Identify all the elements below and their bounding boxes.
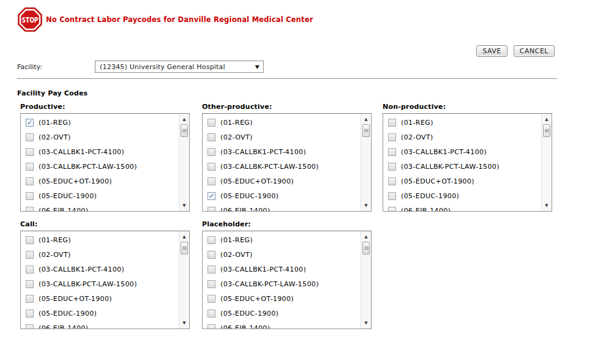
paycode-checkbox[interactable] <box>208 119 215 127</box>
divider <box>17 78 557 79</box>
alert-banner: STOP No Contract Labor Paycodes for Danv… <box>18 7 313 32</box>
paycode-item: (05-EDUC-1900) <box>203 306 361 321</box>
paycode-label: (05-EDUC-1900) <box>39 192 97 200</box>
paycode-checkbox[interactable] <box>208 310 215 318</box>
scroll-down-icon[interactable]: ▼ <box>361 202 371 209</box>
scrollbar-thumb[interactable] <box>181 124 188 137</box>
paycode-label: (05-EDUC+OT-1900) <box>39 295 112 303</box>
paycode-checkbox[interactable] <box>26 177 34 185</box>
paycode-item: (03-CALLBK1-PCT-4100) <box>21 144 179 159</box>
paycode-checkbox[interactable] <box>388 192 396 200</box>
toolbar: SAVE CANCEL <box>476 45 555 57</box>
paycode-item: (06-EIB-1400) <box>21 203 179 212</box>
paycode-checkbox[interactable] <box>26 133 34 141</box>
paycode-checkbox[interactable] <box>208 177 215 185</box>
paycode-checkbox[interactable] <box>208 280 215 288</box>
paycode-checkbox[interactable] <box>388 207 396 212</box>
paycode-checkbox[interactable] <box>208 295 215 303</box>
scrollbar[interactable]: ▲ ▼ <box>179 231 189 329</box>
paycode-checkbox[interactable] <box>388 177 396 185</box>
scroll-up-icon[interactable]: ▲ <box>179 233 189 240</box>
paycode-label: (03-CALLBK-PCT-LAW-1500) <box>401 163 500 171</box>
scroll-up-icon[interactable]: ▲ <box>361 116 371 123</box>
paycode-checkbox[interactable] <box>26 295 34 303</box>
paycode-checkbox[interactable] <box>26 148 34 156</box>
paycode-checkbox[interactable] <box>388 133 396 141</box>
list-label: Non-productive: <box>383 103 552 111</box>
paycode-listbox: (01-REG) (02-OVT) (03-CALLBK1-PCT-4100) … <box>383 113 552 212</box>
paycode-item: ✓ (01-REG) <box>21 115 179 130</box>
paycode-label: (05-EDUC-1900) <box>220 310 279 318</box>
scroll-up-icon[interactable]: ▲ <box>542 116 552 123</box>
scrollbar[interactable]: ▲ ▼ <box>541 114 552 211</box>
paycode-label: (03-CALLBK1-PCT-4100) <box>220 148 306 156</box>
paycode-item: (06-EIB-1400) <box>203 321 361 329</box>
paycode-checkbox[interactable] <box>208 251 215 259</box>
scrollbar-thumb[interactable] <box>362 242 370 254</box>
paycode-listbox: ✓ (01-REG) (02-OVT) (03-CALLBK1-PCT-4100… <box>20 113 190 212</box>
paycode-label: (03-CALLBK-PCT-LAW-1500) <box>220 163 319 171</box>
scrollbar-thumb[interactable] <box>362 124 370 137</box>
paycode-checkbox[interactable] <box>208 133 215 141</box>
paycode-item: (05-EDUC+OT-1900) <box>21 174 179 188</box>
scroll-down-icon[interactable]: ▼ <box>179 202 189 209</box>
paycode-checkbox[interactable] <box>208 236 215 244</box>
paycode-checkbox[interactable] <box>388 148 396 156</box>
paycode-checkbox[interactable] <box>208 324 215 330</box>
paycode-checkbox[interactable] <box>26 192 34 200</box>
paycode-item: (05-EDUC-1900) <box>21 306 179 321</box>
paycode-item: (01-REG) <box>203 115 361 130</box>
paycode-checkbox[interactable] <box>208 207 215 212</box>
paycode-item: (06-EIB-1400) <box>383 203 541 212</box>
paycode-item: (06-EIB-1400) <box>21 321 179 329</box>
scrollbar[interactable]: ▲ ▼ <box>179 114 189 211</box>
paycode-checkbox[interactable] <box>26 251 34 259</box>
paycode-label: (02-OVT) <box>220 133 253 141</box>
paycode-list-non-productive: Non-productive: (01-REG) (02-OVT) (03-CA… <box>383 103 552 212</box>
scroll-down-icon[interactable]: ▼ <box>542 202 552 209</box>
paycode-label: (06-EIB-1400) <box>220 207 270 212</box>
paycode-checkbox[interactable] <box>26 324 34 330</box>
facility-select[interactable]: (12345) University General Hospital ▼ <box>95 61 264 73</box>
paycode-checkbox[interactable] <box>208 148 215 156</box>
paycode-item: (03-CALLBK-PCT-LAW-1500) <box>383 159 541 174</box>
scroll-down-icon[interactable]: ▼ <box>361 319 371 327</box>
paycode-item: (01-REG) <box>21 232 179 247</box>
paycode-item: (05-EDUC-1900) <box>383 188 541 203</box>
paycode-label: (06-EIB-1400) <box>39 324 88 330</box>
paycode-checkbox[interactable] <box>26 310 34 318</box>
paycode-label: (05-EDUC-1900) <box>401 192 459 200</box>
paycode-checkbox[interactable] <box>388 119 396 127</box>
paycode-label: (06-EIB-1400) <box>220 324 270 330</box>
scrollbar[interactable]: ▲ ▼ <box>361 231 371 329</box>
paycode-checkbox[interactable] <box>208 163 215 171</box>
scroll-up-icon[interactable]: ▲ <box>361 233 371 240</box>
list-label: Call: <box>20 220 190 228</box>
cancel-button[interactable]: CANCEL <box>514 45 555 57</box>
save-button[interactable]: SAVE <box>476 45 507 57</box>
paycode-checkbox[interactable] <box>208 266 215 273</box>
scrollbar-thumb[interactable] <box>543 124 550 137</box>
paycode-label: (01-REG) <box>39 119 71 127</box>
paycode-item: (02-OVT) <box>21 130 179 144</box>
paycode-checkbox[interactable] <box>388 163 396 171</box>
scroll-up-icon[interactable]: ▲ <box>179 116 189 123</box>
paycode-items: (01-REG) (02-OVT) (03-CALLBK1-PCT-4100) … <box>203 231 361 329</box>
paycode-checkbox[interactable] <box>26 280 34 288</box>
paycode-checkbox[interactable] <box>26 236 34 244</box>
paycode-checkbox[interactable] <box>26 163 34 171</box>
thumb-grip-icon <box>545 130 549 131</box>
paycode-label: (02-OVT) <box>401 133 433 141</box>
paycode-checkbox-checked[interactable]: ✓ <box>208 192 215 200</box>
paycode-checkbox[interactable] <box>26 207 34 212</box>
scrollbar[interactable]: ▲ ▼ <box>361 114 371 211</box>
paycode-checkbox-checked[interactable]: ✓ <box>26 119 34 127</box>
paycode-label: (03-CALLBK1-PCT-4100) <box>39 148 124 156</box>
paycode-checkbox[interactable] <box>26 266 34 273</box>
scroll-down-icon[interactable]: ▼ <box>179 319 189 327</box>
paycode-label: (03-CALLBK-PCT-LAW-1500) <box>220 280 319 288</box>
paycode-list-productive: Productive: ✓ (01-REG) (02-OVT) (03-CALL… <box>20 103 190 212</box>
paycode-listbox: (01-REG) (02-OVT) (03-CALLBK1-PCT-4100) … <box>202 113 372 212</box>
scrollbar-thumb[interactable] <box>181 242 188 254</box>
paycode-items: (01-REG) (02-OVT) (03-CALLBK1-PCT-4100) … <box>21 231 179 329</box>
